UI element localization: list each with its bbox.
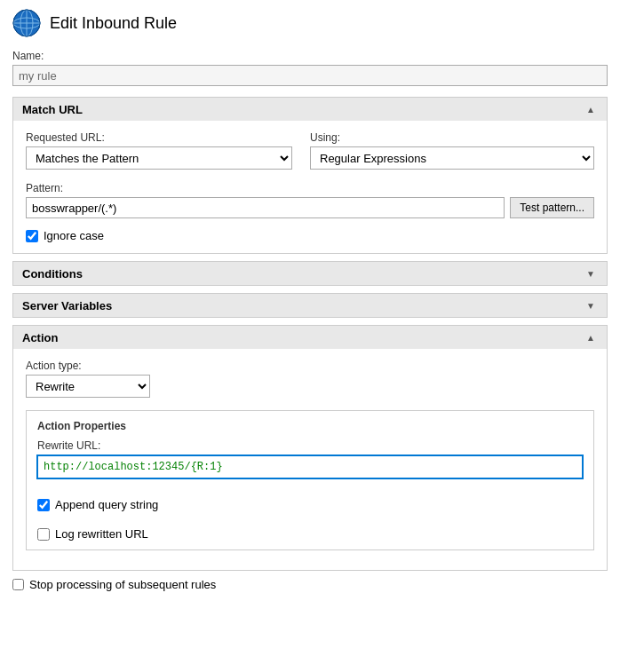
append-query-string-row: Append query string [37, 498, 583, 511]
conditions-header[interactable]: Conditions ▼ [13, 262, 607, 285]
conditions-section: Conditions ▼ [12, 261, 608, 286]
server-variables-header[interactable]: Server Variables ▼ [13, 294, 607, 317]
match-url-section: Match URL ▲ Requested URL: Matches the P… [12, 97, 608, 254]
conditions-chevron-down-icon: ▼ [584, 266, 598, 281]
using-label: Using: [310, 131, 594, 144]
server-variables-section: Server Variables ▼ [12, 293, 608, 318]
requested-url-label: Requested URL: [26, 131, 292, 144]
using-dropdown[interactable]: Regular Expressions [310, 146, 594, 170]
name-section: Name: [12, 50, 608, 86]
action-type-row: Action type: Rewrite [26, 360, 594, 398]
rewrite-url-label: Rewrite URL: [37, 439, 583, 452]
name-label: Name: [12, 50, 608, 62]
action-type-label: Action type: [26, 360, 594, 372]
match-url-chevron-up-icon: ▲ [584, 102, 598, 116]
action-checkboxes: Append query string Log rewritten URL [37, 487, 583, 541]
server-variables-title: Server Variables [22, 299, 112, 312]
action-chevron-up-icon: ▲ [584, 330, 598, 344]
action-type-dropdown[interactable]: Rewrite [26, 375, 150, 398]
action-body: Action type: Rewrite Action Properties R… [13, 349, 607, 570]
pattern-input[interactable] [26, 197, 505, 218]
log-rewritten-url-label[interactable]: Log rewritten URL [55, 527, 148, 541]
pattern-row: Pattern: Test pattern... [26, 182, 594, 218]
test-pattern-button[interactable]: Test pattern... [510, 197, 594, 218]
using-col: Using: Regular Expressions [310, 131, 594, 170]
append-query-string-label[interactable]: Append query string [55, 498, 158, 511]
stop-processing-label[interactable]: Stop processing of subsequent rules [29, 578, 216, 591]
log-rewritten-url-checkbox[interactable] [37, 528, 50, 541]
stop-processing-checkbox[interactable] [12, 579, 24, 590]
log-rewritten-url-row: Log rewritten URL [37, 527, 583, 541]
action-props-box: Action Properties Rewrite URL: Append qu… [26, 410, 594, 550]
ignore-case-row: Ignore case [26, 229, 594, 242]
stop-processing-row: Stop processing of subsequent rules [12, 578, 608, 591]
page-header: Edit Inbound Rule [12, 9, 608, 37]
requested-url-col: Requested URL: Matches the Pattern [26, 131, 292, 170]
match-url-dropdowns-row: Requested URL: Matches the Pattern Using… [26, 131, 594, 170]
append-query-string-checkbox[interactable] [37, 499, 50, 511]
page-title: Edit Inbound Rule [50, 14, 177, 33]
action-section: Action ▲ Action type: Rewrite Action Pro… [12, 325, 608, 571]
globe-icon [12, 9, 41, 37]
name-input[interactable] [12, 65, 608, 86]
action-header[interactable]: Action ▲ [13, 326, 607, 349]
server-variables-chevron-down-icon: ▼ [584, 298, 598, 312]
rewrite-url-input[interactable] [37, 455, 583, 478]
action-props-title: Action Properties [37, 420, 583, 432]
conditions-title: Conditions [22, 267, 83, 281]
match-url-header[interactable]: Match URL ▲ [13, 98, 607, 121]
pattern-label: Pattern: [26, 182, 594, 194]
match-url-body: Requested URL: Matches the Pattern Using… [13, 121, 607, 253]
ignore-case-label[interactable]: Ignore case [44, 229, 104, 242]
match-url-title: Match URL [22, 103, 83, 116]
ignore-case-checkbox[interactable] [26, 230, 38, 242]
page-container: Edit Inbound Rule Name: Match URL ▲ Requ… [0, 0, 620, 609]
requested-url-dropdown[interactable]: Matches the Pattern [26, 146, 292, 170]
pattern-input-row: Test pattern... [26, 197, 594, 218]
action-title: Action [22, 331, 58, 344]
